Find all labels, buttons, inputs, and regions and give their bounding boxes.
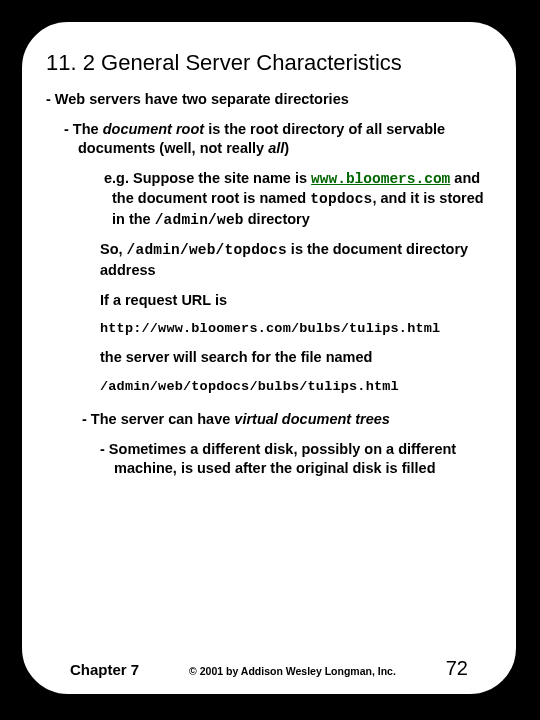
text-italic-docroot: document root (103, 121, 205, 137)
code-adminweb: /admin/web (155, 212, 244, 228)
code-url: http://www.bloomers.com/bulbs/tulips.htm… (100, 320, 492, 338)
slide-footer: Chapter 7 © 2001 by Addison Wesley Longm… (22, 657, 516, 680)
code-full-path: /admin/web/topdocs (127, 242, 287, 258)
example-suppose: e.g. Suppose the site name is www.bloome… (82, 169, 492, 231)
text-italic-virtual: virtual document trees (234, 411, 390, 427)
text-fragment: directory (244, 211, 310, 227)
text-fragment: - The (64, 121, 103, 137)
code-topdocs: topdocs (310, 191, 372, 207)
slide-body: - Web servers have two separate director… (46, 90, 492, 479)
text-fragment: So, (100, 241, 127, 257)
footer-page-number: 72 (446, 657, 468, 680)
bullet-document-root: - The document root is the root director… (64, 120, 492, 159)
code-file-path: /admin/web/topdocs/bulbs/tulips.html (100, 378, 492, 396)
footer-chapter: Chapter 7 (70, 661, 139, 678)
text-italic-all: all (268, 140, 284, 156)
link-bloomers[interactable]: www.bloomers.com (311, 171, 450, 187)
text-if-request: If a request URL is (100, 291, 492, 311)
bullet-virtual-trees: - The server can have virtual document t… (82, 410, 492, 430)
bullet-different-disk: - Sometimes a different disk, possibly o… (100, 440, 492, 479)
text-server-search: the server will search for the file name… (100, 348, 492, 368)
slide-title: 11. 2 General Server Characteristics (46, 50, 492, 76)
text-fragment: ) (284, 140, 289, 156)
slide-frame: 11. 2 General Server Characteristics - W… (20, 20, 518, 696)
footer-copyright: © 2001 by Addison Wesley Longman, Inc. (139, 665, 446, 677)
text-fragment: - The server can have (82, 411, 234, 427)
example-so: So, /admin/web/topdocs is the document d… (100, 240, 492, 280)
bullet-web-servers: - Web servers have two separate director… (46, 90, 492, 110)
text-fragment: e.g. Suppose the site name is (104, 170, 311, 186)
